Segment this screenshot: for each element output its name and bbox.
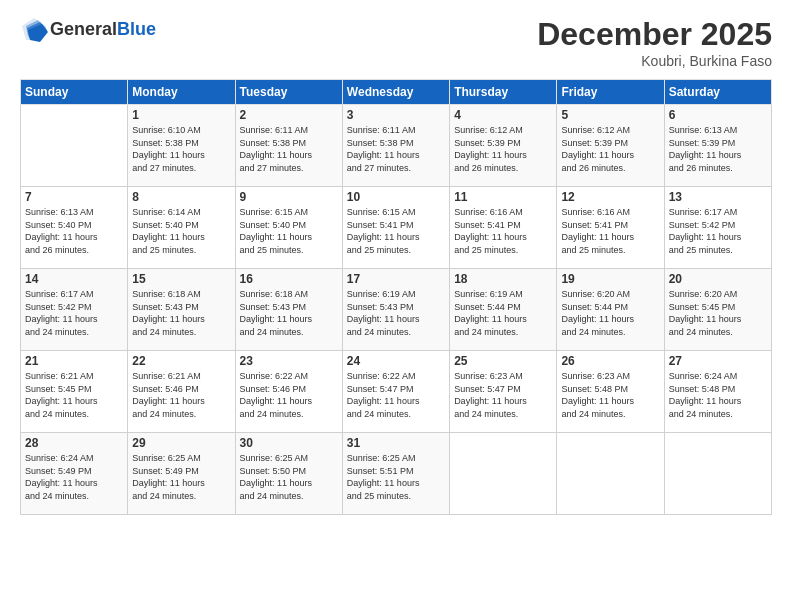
calendar-cell: 2Sunrise: 6:11 AM Sunset: 5:38 PM Daylig…	[235, 105, 342, 187]
day-number: 21	[25, 354, 123, 368]
day-number: 20	[669, 272, 767, 286]
day-number: 23	[240, 354, 338, 368]
calendar-cell: 27Sunrise: 6:24 AM Sunset: 5:48 PM Dayli…	[664, 351, 771, 433]
month-title: December 2025	[537, 16, 772, 53]
day-info: Sunrise: 6:23 AM Sunset: 5:48 PM Dayligh…	[561, 370, 659, 420]
calendar-cell: 18Sunrise: 6:19 AM Sunset: 5:44 PM Dayli…	[450, 269, 557, 351]
day-number: 28	[25, 436, 123, 450]
day-info: Sunrise: 6:20 AM Sunset: 5:45 PM Dayligh…	[669, 288, 767, 338]
day-info: Sunrise: 6:13 AM Sunset: 5:39 PM Dayligh…	[669, 124, 767, 174]
calendar: SundayMondayTuesdayWednesdayThursdayFrid…	[20, 79, 772, 515]
day-info: Sunrise: 6:18 AM Sunset: 5:43 PM Dayligh…	[132, 288, 230, 338]
day-number: 29	[132, 436, 230, 450]
calendar-week-row: 14Sunrise: 6:17 AM Sunset: 5:42 PM Dayli…	[21, 269, 772, 351]
day-number: 24	[347, 354, 445, 368]
weekday-header: Thursday	[450, 80, 557, 105]
day-number: 31	[347, 436, 445, 450]
calendar-cell: 24Sunrise: 6:22 AM Sunset: 5:47 PM Dayli…	[342, 351, 449, 433]
day-number: 12	[561, 190, 659, 204]
day-number: 18	[454, 272, 552, 286]
day-number: 8	[132, 190, 230, 204]
calendar-cell: 11Sunrise: 6:16 AM Sunset: 5:41 PM Dayli…	[450, 187, 557, 269]
day-number: 17	[347, 272, 445, 286]
weekday-header: Wednesday	[342, 80, 449, 105]
logo-icon	[20, 16, 48, 44]
day-number: 11	[454, 190, 552, 204]
day-info: Sunrise: 6:10 AM Sunset: 5:38 PM Dayligh…	[132, 124, 230, 174]
day-number: 7	[25, 190, 123, 204]
day-info: Sunrise: 6:19 AM Sunset: 5:44 PM Dayligh…	[454, 288, 552, 338]
weekday-header: Sunday	[21, 80, 128, 105]
day-info: Sunrise: 6:16 AM Sunset: 5:41 PM Dayligh…	[454, 206, 552, 256]
weekday-header-row: SundayMondayTuesdayWednesdayThursdayFrid…	[21, 80, 772, 105]
day-info: Sunrise: 6:18 AM Sunset: 5:43 PM Dayligh…	[240, 288, 338, 338]
calendar-cell: 20Sunrise: 6:20 AM Sunset: 5:45 PM Dayli…	[664, 269, 771, 351]
weekday-header: Monday	[128, 80, 235, 105]
day-info: Sunrise: 6:20 AM Sunset: 5:44 PM Dayligh…	[561, 288, 659, 338]
location: Koubri, Burkina Faso	[537, 53, 772, 69]
calendar-week-row: 7Sunrise: 6:13 AM Sunset: 5:40 PM Daylig…	[21, 187, 772, 269]
calendar-cell: 23Sunrise: 6:22 AM Sunset: 5:46 PM Dayli…	[235, 351, 342, 433]
header: GeneralBlue December 2025 Koubri, Burkin…	[20, 16, 772, 69]
calendar-cell: 26Sunrise: 6:23 AM Sunset: 5:48 PM Dayli…	[557, 351, 664, 433]
day-info: Sunrise: 6:17 AM Sunset: 5:42 PM Dayligh…	[25, 288, 123, 338]
day-info: Sunrise: 6:16 AM Sunset: 5:41 PM Dayligh…	[561, 206, 659, 256]
day-info: Sunrise: 6:22 AM Sunset: 5:46 PM Dayligh…	[240, 370, 338, 420]
weekday-header: Tuesday	[235, 80, 342, 105]
calendar-cell: 1Sunrise: 6:10 AM Sunset: 5:38 PM Daylig…	[128, 105, 235, 187]
logo-general: General	[50, 19, 117, 39]
day-number: 19	[561, 272, 659, 286]
calendar-cell	[557, 433, 664, 515]
day-number: 15	[132, 272, 230, 286]
day-number: 27	[669, 354, 767, 368]
weekday-header: Saturday	[664, 80, 771, 105]
day-info: Sunrise: 6:12 AM Sunset: 5:39 PM Dayligh…	[561, 124, 659, 174]
calendar-cell: 7Sunrise: 6:13 AM Sunset: 5:40 PM Daylig…	[21, 187, 128, 269]
calendar-cell: 4Sunrise: 6:12 AM Sunset: 5:39 PM Daylig…	[450, 105, 557, 187]
calendar-week-row: 21Sunrise: 6:21 AM Sunset: 5:45 PM Dayli…	[21, 351, 772, 433]
day-info: Sunrise: 6:19 AM Sunset: 5:43 PM Dayligh…	[347, 288, 445, 338]
day-number: 3	[347, 108, 445, 122]
day-number: 1	[132, 108, 230, 122]
day-info: Sunrise: 6:25 AM Sunset: 5:50 PM Dayligh…	[240, 452, 338, 502]
calendar-cell	[664, 433, 771, 515]
day-info: Sunrise: 6:23 AM Sunset: 5:47 PM Dayligh…	[454, 370, 552, 420]
calendar-cell: 13Sunrise: 6:17 AM Sunset: 5:42 PM Dayli…	[664, 187, 771, 269]
title-block: December 2025 Koubri, Burkina Faso	[537, 16, 772, 69]
day-number: 13	[669, 190, 767, 204]
calendar-cell: 22Sunrise: 6:21 AM Sunset: 5:46 PM Dayli…	[128, 351, 235, 433]
calendar-cell: 28Sunrise: 6:24 AM Sunset: 5:49 PM Dayli…	[21, 433, 128, 515]
day-number: 10	[347, 190, 445, 204]
day-info: Sunrise: 6:11 AM Sunset: 5:38 PM Dayligh…	[240, 124, 338, 174]
day-number: 14	[25, 272, 123, 286]
calendar-cell: 30Sunrise: 6:25 AM Sunset: 5:50 PM Dayli…	[235, 433, 342, 515]
page: GeneralBlue December 2025 Koubri, Burkin…	[0, 0, 792, 612]
day-info: Sunrise: 6:25 AM Sunset: 5:49 PM Dayligh…	[132, 452, 230, 502]
logo-text: GeneralBlue	[50, 20, 156, 40]
calendar-cell: 6Sunrise: 6:13 AM Sunset: 5:39 PM Daylig…	[664, 105, 771, 187]
day-number: 26	[561, 354, 659, 368]
calendar-cell: 17Sunrise: 6:19 AM Sunset: 5:43 PM Dayli…	[342, 269, 449, 351]
calendar-cell: 14Sunrise: 6:17 AM Sunset: 5:42 PM Dayli…	[21, 269, 128, 351]
calendar-cell	[450, 433, 557, 515]
calendar-cell: 3Sunrise: 6:11 AM Sunset: 5:38 PM Daylig…	[342, 105, 449, 187]
day-number: 5	[561, 108, 659, 122]
calendar-body: 1Sunrise: 6:10 AM Sunset: 5:38 PM Daylig…	[21, 105, 772, 515]
calendar-cell: 10Sunrise: 6:15 AM Sunset: 5:41 PM Dayli…	[342, 187, 449, 269]
calendar-cell: 21Sunrise: 6:21 AM Sunset: 5:45 PM Dayli…	[21, 351, 128, 433]
day-info: Sunrise: 6:21 AM Sunset: 5:45 PM Dayligh…	[25, 370, 123, 420]
weekday-header: Friday	[557, 80, 664, 105]
day-info: Sunrise: 6:15 AM Sunset: 5:40 PM Dayligh…	[240, 206, 338, 256]
calendar-cell: 5Sunrise: 6:12 AM Sunset: 5:39 PM Daylig…	[557, 105, 664, 187]
day-info: Sunrise: 6:17 AM Sunset: 5:42 PM Dayligh…	[669, 206, 767, 256]
calendar-week-row: 28Sunrise: 6:24 AM Sunset: 5:49 PM Dayli…	[21, 433, 772, 515]
day-info: Sunrise: 6:22 AM Sunset: 5:47 PM Dayligh…	[347, 370, 445, 420]
calendar-cell: 19Sunrise: 6:20 AM Sunset: 5:44 PM Dayli…	[557, 269, 664, 351]
day-number: 16	[240, 272, 338, 286]
day-info: Sunrise: 6:15 AM Sunset: 5:41 PM Dayligh…	[347, 206, 445, 256]
calendar-cell	[21, 105, 128, 187]
calendar-cell: 9Sunrise: 6:15 AM Sunset: 5:40 PM Daylig…	[235, 187, 342, 269]
day-info: Sunrise: 6:24 AM Sunset: 5:49 PM Dayligh…	[25, 452, 123, 502]
calendar-week-row: 1Sunrise: 6:10 AM Sunset: 5:38 PM Daylig…	[21, 105, 772, 187]
day-number: 25	[454, 354, 552, 368]
